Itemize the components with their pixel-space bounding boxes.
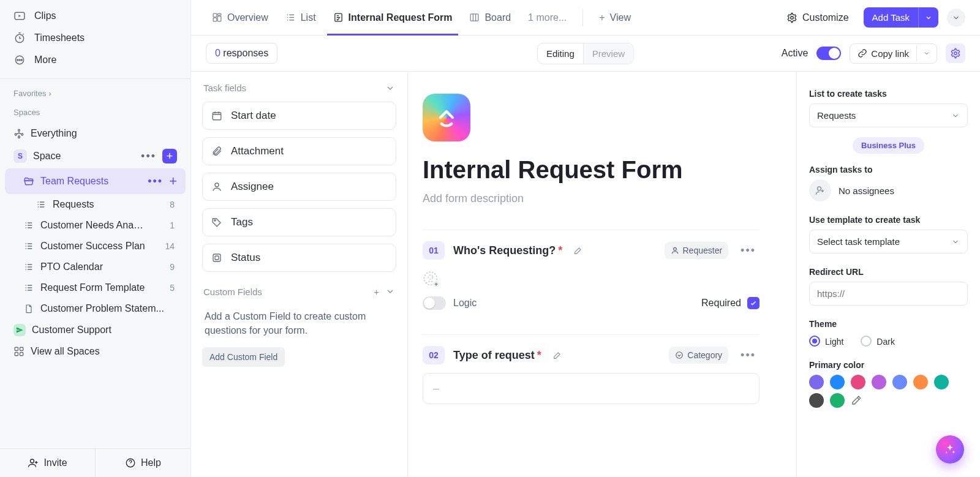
doc-icon (23, 303, 34, 314)
field-item-assignee[interactable]: Assignee (202, 173, 396, 201)
sidebar-item-everything[interactable]: Everything (5, 123, 186, 144)
redirect-url-input[interactable] (809, 282, 968, 306)
add-custom-field-icon[interactable]: + (374, 287, 379, 297)
invite-button[interactable]: Invite (0, 449, 95, 477)
color-swatch[interactable] (934, 375, 949, 389)
sidebar-item-view-all-spaces[interactable]: View all Spaces (5, 341, 186, 362)
sidebar-item-space[interactable]: S Space ••• + (5, 144, 186, 168)
more-horizontal-icon (13, 54, 26, 66)
color-swatches (809, 375, 968, 389)
list-icon (23, 220, 34, 231)
field-chip-requester[interactable]: Requester (665, 242, 729, 259)
field-item-start-date[interactable]: Start date (202, 102, 396, 130)
color-swatch[interactable] (872, 375, 886, 389)
favorites-label[interactable]: Favorites › (0, 83, 190, 102)
active-toggle[interactable] (816, 47, 841, 60)
sidebar-item-csp[interactable]: Customer Success Plan 14 (5, 236, 186, 257)
help-button[interactable]: Help (95, 449, 190, 477)
folder-open-icon (23, 176, 34, 187)
nav-timesheets[interactable]: Timesheets (10, 27, 181, 49)
color-swatch[interactable] (913, 375, 928, 389)
sidebar-item-requests[interactable]: Requests 8 (5, 194, 186, 215)
form-title[interactable]: Internal Request Form (423, 156, 760, 184)
folder-add-button[interactable]: + (169, 173, 177, 189)
edit-icon[interactable] (573, 246, 583, 255)
eyedropper-icon[interactable] (851, 393, 862, 408)
question-1[interactable]: 01 Who's Requesting?* Requester (423, 230, 760, 322)
nav-clips[interactable]: Clips (10, 5, 181, 27)
list-icon (23, 261, 34, 272)
logic-toggle[interactable] (423, 296, 446, 310)
status-icon (211, 252, 222, 263)
color-swatch[interactable] (892, 375, 907, 389)
field-item-status[interactable]: Status (202, 244, 396, 272)
sidebar-item-customer-support[interactable]: Customer Support (5, 319, 186, 341)
template-select[interactable]: Select task template (809, 230, 968, 254)
sidebar-item-rft[interactable]: Request Form Template 5 (5, 277, 186, 298)
custom-fields-toggle[interactable]: Custom Fields + (202, 284, 396, 306)
color-swatch[interactable] (830, 393, 845, 408)
assign-button[interactable]: No assignees (809, 179, 968, 201)
copy-link-button[interactable]: Copy link (850, 43, 937, 64)
add-custom-field-button[interactable]: Add Custom Field (202, 347, 285, 367)
svg-point-22 (791, 16, 794, 19)
theme-light-radio[interactable]: Light (809, 334, 843, 347)
svg-rect-28 (215, 256, 219, 260)
tab-board[interactable]: Board (463, 0, 517, 35)
nav-more[interactable]: More (10, 49, 181, 71)
form-settings-button[interactable] (946, 43, 965, 63)
panel-collapse-button[interactable] (947, 9, 965, 27)
editing-tab[interactable]: Editing (538, 43, 583, 64)
tab-more[interactable]: 1 more... (522, 0, 573, 35)
sidebar-item-cna[interactable]: Customer Needs Analy... 1 (5, 215, 186, 236)
sidebar-item-cps[interactable]: Customer Problem Statem... (5, 298, 186, 319)
field-chip-category[interactable]: Category (669, 347, 728, 364)
copy-link-dropdown[interactable] (916, 45, 937, 61)
main-area: Overview List Internal Request Form Boar… (191, 0, 980, 477)
brand-badge (423, 94, 470, 141)
field-item-tags[interactable]: Tags (202, 208, 396, 236)
space-add-button[interactable]: + (162, 149, 177, 163)
add-task-dropdown[interactable] (918, 7, 938, 28)
field-item-attachment[interactable]: Attachment (202, 137, 396, 165)
list-select[interactable]: Requests (809, 103, 968, 127)
required-checkbox[interactable] (747, 297, 760, 309)
list-view-icon (285, 12, 296, 23)
question-2[interactable]: 02 Type of request* Category (423, 334, 760, 416)
ai-fab-button[interactable] (936, 435, 964, 464)
chevron-down-icon (951, 238, 960, 246)
theme-label: Theme (809, 319, 968, 329)
svg-point-14 (31, 459, 34, 463)
color-swatch[interactable] (809, 375, 824, 389)
sidebar-item-pto[interactable]: PTO Calendar 9 (5, 257, 186, 277)
question-menu[interactable]: ••• (737, 244, 760, 257)
customize-button[interactable]: Customize (780, 9, 855, 27)
space-more-icon[interactable]: ••• (138, 150, 159, 163)
responses-button[interactable]: 0 responses (206, 43, 277, 64)
add-view-button[interactable]: + View (593, 0, 637, 35)
sidebar-item-team-requests[interactable]: Team Requests ••• + (5, 168, 186, 194)
tab-list[interactable]: List (279, 0, 322, 35)
tab-overview[interactable]: Overview (206, 0, 274, 35)
svg-point-23 (954, 52, 957, 55)
tab-internal-request-form[interactable]: Internal Request Form (327, 0, 459, 35)
theme-dark-radio[interactable]: Dark (861, 334, 895, 347)
preview-tab[interactable]: Preview (583, 43, 633, 64)
svg-point-5 (21, 59, 22, 61)
edit-icon[interactable] (552, 350, 562, 360)
color-swatch[interactable] (830, 375, 845, 389)
svg-point-6 (18, 129, 20, 131)
add-task-button[interactable]: Add Task (864, 7, 938, 28)
svg-point-7 (15, 133, 17, 135)
folder-more-icon[interactable]: ••• (145, 175, 165, 188)
color-swatch[interactable] (851, 375, 865, 389)
assignee-placeholder[interactable] (423, 271, 440, 288)
svg-rect-10 (15, 347, 18, 350)
category-select[interactable]: – (423, 373, 760, 404)
svg-rect-17 (217, 13, 221, 15)
question-menu[interactable]: ••• (737, 349, 760, 362)
svg-point-31 (428, 275, 432, 279)
task-fields-toggle[interactable]: Task fields (202, 80, 396, 102)
form-description[interactable]: Add form description (423, 192, 760, 205)
color-swatch[interactable] (809, 393, 824, 408)
